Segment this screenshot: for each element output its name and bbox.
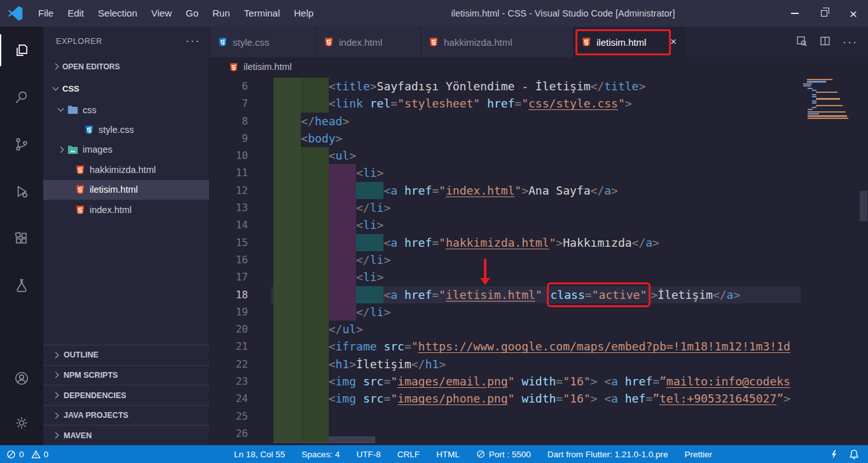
vertical-scrollbar-thumb[interactable] [860, 191, 867, 221]
minimize-button[interactable] [780, 0, 809, 27]
tree-item-css-folder[interactable]: css [43, 100, 209, 120]
line-number[interactable]: 12 [210, 182, 248, 199]
menu-help[interactable]: Help [287, 0, 320, 27]
explorer-icon[interactable] [0, 27, 43, 74]
menu-go[interactable]: Go [179, 0, 205, 27]
tree-item-images-folder[interactable]: images [43, 140, 209, 160]
line-number[interactable]: 8 [210, 113, 248, 130]
line-number[interactable]: 7 [210, 95, 248, 112]
minimap[interactable] [803, 79, 858, 120]
code-lines[interactable]: 6<title>Sayfadışı Yönlendime - İletişim<… [210, 78, 801, 445]
close-button[interactable]: × [839, 0, 868, 27]
line-number[interactable]: 18 [210, 286, 248, 303]
code-line-14[interactable]: 14<li> [210, 216, 801, 233]
code-line-6[interactable]: 6<title>Sayfadışı Yönlendime - İletişim<… [210, 78, 801, 95]
line-number[interactable]: 26 [210, 425, 248, 442]
code-line-11[interactable]: 11<li> [210, 164, 801, 181]
code-line-19[interactable]: 19</li> [210, 303, 801, 321]
menu-view[interactable]: View [144, 0, 179, 27]
line-number[interactable]: 21 [210, 338, 248, 355]
section-java-projects[interactable]: JAVA PROJECTS [43, 405, 209, 425]
menu-run[interactable]: Run [205, 0, 237, 27]
explorer-more-actions-icon[interactable]: ··· [186, 35, 200, 48]
line-number[interactable]: 9 [210, 130, 248, 147]
tree-item-hakkimizda-html[interactable]: hakkimizda.html [43, 160, 209, 179]
editor-more-actions-icon[interactable]: ··· [843, 36, 858, 49]
workspace-root-section[interactable]: CSS [43, 77, 209, 100]
tab-index-html[interactable]: index.html [316, 27, 421, 57]
section-dependencies[interactable]: DEPENDENCIES [43, 385, 209, 405]
problems-indicator[interactable]: 0 0 [0, 450, 48, 459]
vertical-scrollbar[interactable] [859, 76, 868, 445]
section-npm-scripts[interactable]: NPM SCRIPTS [43, 365, 209, 385]
line-number[interactable]: 17 [210, 268, 248, 286]
cursor-position[interactable]: Ln 18, Col 55 [234, 450, 285, 459]
status-right-icons [829, 449, 868, 459]
tab-close-icon[interactable]: × [670, 36, 677, 48]
tab-iletisim-html[interactable]: iletisim.html × [574, 27, 685, 57]
live-server-port[interactable]: Port : 5500 [476, 450, 531, 459]
line-number[interactable]: 20 [210, 321, 248, 338]
line-number[interactable]: 14 [210, 216, 248, 233]
line-number[interactable]: 24 [210, 390, 248, 407]
menu-selection[interactable]: Selection [91, 0, 144, 27]
eol-setting[interactable]: CRLF [397, 450, 420, 459]
settings-gear-icon[interactable] [0, 401, 43, 445]
indentation-setting[interactable]: Spaces: 4 [301, 450, 340, 459]
code-line-17[interactable]: 17<li> [210, 268, 801, 286]
line-number[interactable]: 6 [210, 78, 248, 95]
line-number[interactable]: 15 [210, 234, 248, 251]
code-line-18[interactable]: 18<a href="iletisim.html" class="active"… [210, 286, 801, 303]
code-line-10[interactable]: 10<ul> [210, 147, 801, 164]
code-line-25[interactable]: 25 [210, 408, 801, 425]
testing-icon[interactable] [0, 262, 43, 309]
code-line-16[interactable]: 16</li> [210, 251, 801, 268]
menu-terminal[interactable]: Terminal [237, 0, 287, 27]
menu-edit[interactable]: Edit [60, 0, 91, 27]
code-line-20[interactable]: 20</ul> [210, 321, 801, 338]
breadcrumb[interactable]: iletisim.html [210, 57, 868, 76]
notifications-bell-icon[interactable] [849, 449, 859, 459]
code-line-8[interactable]: 8</head> [210, 113, 801, 130]
code-line-26[interactable]: 26 [210, 425, 801, 442]
code-line-24[interactable]: 24<img src="images/phone.png" width="16"… [210, 390, 801, 407]
line-number[interactable]: 19 [210, 303, 248, 321]
language-mode[interactable]: HTML [436, 450, 460, 459]
line-number[interactable]: 16 [210, 251, 248, 268]
open-preview-icon[interactable] [796, 35, 808, 50]
extensions-icon[interactable] [0, 215, 43, 262]
run-debug-icon[interactable] [0, 168, 43, 215]
code-line-9[interactable]: 9<body> [210, 130, 801, 147]
dart-sdk-status[interactable]: Dart from Flutter: 1.21.0-1.0.pre [548, 450, 668, 459]
tree-item-index-html[interactable]: index.html [43, 200, 209, 219]
code-line-12[interactable]: 12<a href="index.html">Ana Sayfa</a> [210, 182, 801, 199]
split-editor-icon[interactable] [819, 35, 831, 50]
encoding-setting[interactable]: UTF-8 [356, 450, 380, 459]
code-line-21[interactable]: 21<iframe src="https://www.google.com/ma… [210, 338, 801, 355]
open-editors-section[interactable]: OPEN EDITORS [43, 56, 209, 77]
line-number[interactable]: 10 [210, 147, 248, 164]
tab-hakkimizda-html[interactable]: hakkimizda.html [421, 27, 574, 57]
restore-button[interactable] [809, 0, 839, 27]
accounts-icon[interactable] [0, 356, 43, 401]
flash-icon[interactable] [829, 450, 839, 459]
code-line-7[interactable]: 7<link rel="stylesheet" href="css/style.… [210, 95, 801, 112]
line-number[interactable]: 22 [210, 356, 248, 373]
code-line-23[interactable]: 23<img src="images/email.png" width="16"… [210, 373, 801, 390]
search-icon[interactable] [0, 74, 43, 121]
tree-item-style-css[interactable]: style.css [43, 120, 209, 139]
line-number[interactable]: 23 [210, 373, 248, 390]
code-line-13[interactable]: 13</li> [210, 199, 801, 216]
line-number[interactable]: 11 [210, 164, 248, 181]
line-number[interactable]: 25 [210, 408, 248, 425]
code-line-15[interactable]: 15<a href="hakkimizda.html">Hakkımızda</… [210, 234, 801, 251]
section-outline[interactable]: OUTLINE [43, 345, 209, 365]
code-line-22[interactable]: 22<h1>İletişim</h1> [210, 356, 801, 373]
line-number[interactable]: 13 [210, 199, 248, 216]
tab-style-css[interactable]: style.css [210, 27, 316, 57]
section-maven[interactable]: MAVEN [43, 425, 209, 445]
menu-file[interactable]: File [31, 0, 60, 27]
tree-item-iletisim-html[interactable]: iletisim.html [43, 180, 209, 200]
source-control-icon[interactable] [0, 121, 43, 168]
formatter-status[interactable]: Prettier [685, 450, 713, 459]
